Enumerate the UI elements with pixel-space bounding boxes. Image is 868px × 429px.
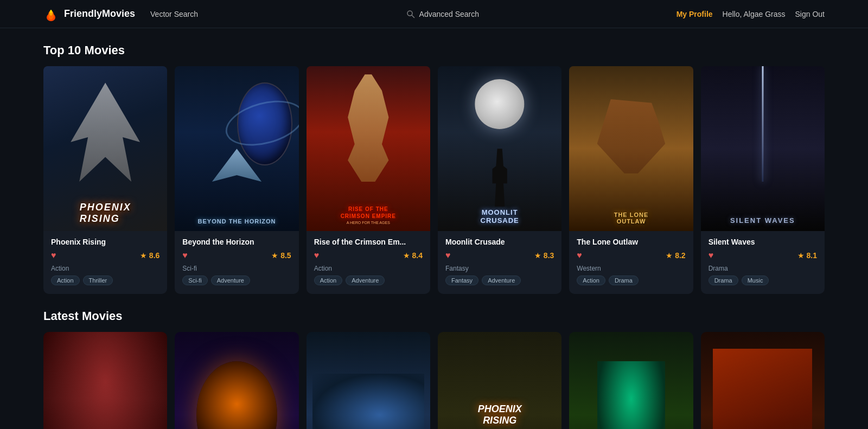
nav-center: Advanced Search — [209, 10, 676, 18]
genre-tag[interactable]: Adventure — [346, 276, 385, 285]
movie-meta-phoenix: ♥ ★ 8.6 — [51, 251, 159, 260]
main-content: Top 10 Movies PHOENIXRISING Phoenix Risi… — [0, 43, 868, 429]
movie-meta-beyond: ♥ ★ 8.5 — [182, 251, 291, 260]
movie-meta-moonlit: ♥ ★ 8.3 — [445, 251, 554, 260]
movie-meta-silent: ♥ ★ 8.1 — [709, 251, 817, 260]
movie-card-moonlit-crusade[interactable]: MOONLITCRUSADE Moonlit Crusade ♥ ★ 8.3 F… — [438, 66, 561, 294]
latest-poster-el-6 — [713, 349, 812, 429]
heart-icon-phoenix[interactable]: ♥ — [51, 251, 56, 260]
latest-poster-el-2 — [196, 361, 277, 429]
latest-card-5[interactable] — [569, 332, 693, 429]
movie-card-beyond-horizon[interactable]: BEYOND THE HORIZON Beyond the Horizon ♥ … — [175, 66, 298, 294]
genre-tag[interactable]: Action — [314, 276, 343, 285]
genre-main-moonlit: Fantasy — [445, 265, 554, 272]
movie-info-outlaw: The Lone Outlaw ♥ ★ 8.2 Western Action D… — [569, 231, 693, 294]
genre-main-outlaw: Western — [577, 265, 685, 272]
latest-poster-el-5 — [597, 361, 666, 429]
latest-card-2[interactable] — [175, 332, 298, 429]
genre-main-crimson: Action — [314, 265, 423, 272]
heart-icon-beyond[interactable]: ♥ — [182, 251, 188, 260]
rating-num-silent: 8.1 — [807, 251, 817, 260]
genre-tag[interactable]: Adventure — [211, 276, 250, 285]
flame-icon — [43, 7, 59, 22]
latest-card-inner-5 — [569, 332, 693, 429]
genre-tag[interactable]: Drama — [709, 276, 738, 285]
star-icon-outlaw: ★ — [666, 251, 673, 260]
heart-icon-crimson[interactable]: ♥ — [314, 251, 320, 260]
movie-info-silent: Silent Waves ♥ ★ 8.1 Drama Drama Music — [701, 231, 825, 294]
latest-card-inner-6 — [701, 332, 825, 429]
genre-tag[interactable]: Music — [742, 276, 769, 285]
crimson-poster-subtitle: A HERO FOR THE AGES — [347, 221, 390, 225]
poster-phoenix: PHOENIXRISING — [43, 66, 167, 231]
genre-tag[interactable]: Action — [51, 276, 80, 285]
my-profile-link[interactable]: My Profile — [676, 10, 713, 18]
logo-area[interactable]: FriendlyMovies — [43, 7, 135, 22]
hello-user-text: Hello, Algae Grass — [723, 10, 786, 18]
movie-title-phoenix: Phoenix Rising — [51, 238, 159, 246]
star-icon-crimson: ★ — [403, 251, 410, 260]
star-rating-beyond: ★ 8.5 — [271, 251, 291, 260]
genre-tag[interactable]: Thriller — [83, 276, 113, 285]
genre-main-phoenix: Action — [51, 265, 159, 272]
silent-poster-title: SILENT WAVES — [730, 216, 795, 225]
movie-card-lone-outlaw[interactable]: THE LONEOUTLAW The Lone Outlaw ♥ ★ 8.2 W… — [569, 66, 693, 294]
genre-tags-phoenix: Action Thriller — [51, 276, 159, 285]
advanced-search-button[interactable]: Advanced Search — [406, 10, 480, 18]
movie-card-phoenix-rising[interactable]: PHOENIXRISING Phoenix Rising ♥ ★ 8.6 Act… — [43, 66, 167, 294]
latest-card-4[interactable]: PHOENIXRISING — [438, 332, 561, 429]
latest-poster-el-3 — [312, 374, 424, 429]
latest-card-6[interactable] — [701, 332, 825, 429]
beyond-poster-title: BEYOND THE HORIZON — [198, 218, 276, 225]
star-icon-beyond: ★ — [271, 251, 278, 260]
genre-tag[interactable]: Adventure — [482, 276, 521, 285]
latest-poster-el-4: PHOENIXRISING — [478, 404, 522, 426]
poster-silent: SILENT WAVES — [701, 66, 825, 231]
rating-num-outlaw: 8.2 — [675, 251, 685, 260]
movie-info-phoenix: Phoenix Rising ♥ ★ 8.6 Action Action Thr… — [43, 231, 167, 294]
latest-card-3[interactable] — [307, 332, 430, 429]
movie-card-rise-crimson[interactable]: RISE OF THECRIMSON EMPIRE A HERO FOR THE… — [307, 66, 430, 294]
star-rating-outlaw: ★ 8.2 — [666, 251, 685, 260]
rating-num-beyond: 8.5 — [280, 251, 291, 260]
vector-search-link[interactable]: Vector Search — [150, 10, 198, 18]
genre-tag[interactable]: Fantasy — [445, 276, 478, 285]
movie-card-silent-waves[interactable]: SILENT WAVES Silent Waves ♥ ★ 8.1 Drama … — [701, 66, 825, 294]
movie-title-moonlit: Moonlit Crusade — [445, 238, 554, 246]
logo-text: FriendlyMovies — [64, 8, 135, 20]
genre-tag[interactable]: Drama — [609, 276, 639, 285]
genre-tags-silent: Drama Music — [709, 276, 817, 285]
genre-tags-outlaw: Action Drama — [577, 276, 685, 285]
genre-tag[interactable]: Action — [577, 276, 605, 285]
navbar: FriendlyMovies Vector Search Advanced Se… — [0, 0, 868, 28]
nav-right: My Profile Hello, Algae Grass Sign Out — [676, 10, 825, 18]
movie-title-crimson: Rise of the Crimson Em... — [314, 238, 423, 246]
sign-out-link[interactable]: Sign Out — [795, 10, 825, 18]
rating-num-crimson: 8.4 — [412, 251, 423, 260]
genre-main-beyond: Sci-fi — [182, 265, 291, 272]
movie-info-beyond: Beyond the Horizon ♥ ★ 8.5 Sci-fi Sci-fi… — [175, 231, 298, 294]
silent-beam — [762, 66, 763, 182]
genre-tags-crimson: Action Adventure — [314, 276, 423, 285]
top10-section-title: Top 10 Movies — [43, 43, 825, 57]
phoenix-poster-title: PHOENIXRISING — [80, 202, 131, 225]
latest-card-inner-1 — [43, 332, 167, 429]
star-rating-crimson: ★ 8.4 — [403, 251, 423, 260]
movie-title-beyond: Beyond the Horizon — [182, 238, 291, 246]
heart-icon-moonlit[interactable]: ♥ — [445, 251, 451, 260]
svg-line-5 — [412, 15, 414, 18]
genre-tag[interactable]: Sci-fi — [182, 276, 207, 285]
star-rating-phoenix: ★ 8.6 — [140, 251, 159, 260]
movie-title-outlaw: The Lone Outlaw — [577, 238, 685, 246]
movie-info-moonlit: Moonlit Crusade ♥ ★ 8.3 Fantasy Fantasy … — [438, 231, 561, 294]
star-icon-phoenix: ★ — [140, 251, 147, 260]
latest-poster-el-1 — [43, 332, 167, 429]
heart-icon-outlaw[interactable]: ♥ — [577, 251, 582, 260]
latest-card-inner-3 — [307, 332, 430, 429]
latest-card-inner-2 — [175, 332, 298, 429]
poster-beyond: BEYOND THE HORIZON — [175, 66, 298, 231]
heart-icon-silent[interactable]: ♥ — [709, 251, 714, 260]
outlaw-poster-title: THE LONEOUTLAW — [614, 212, 649, 225]
search-icon — [406, 10, 415, 18]
latest-card-1[interactable] — [43, 332, 167, 429]
